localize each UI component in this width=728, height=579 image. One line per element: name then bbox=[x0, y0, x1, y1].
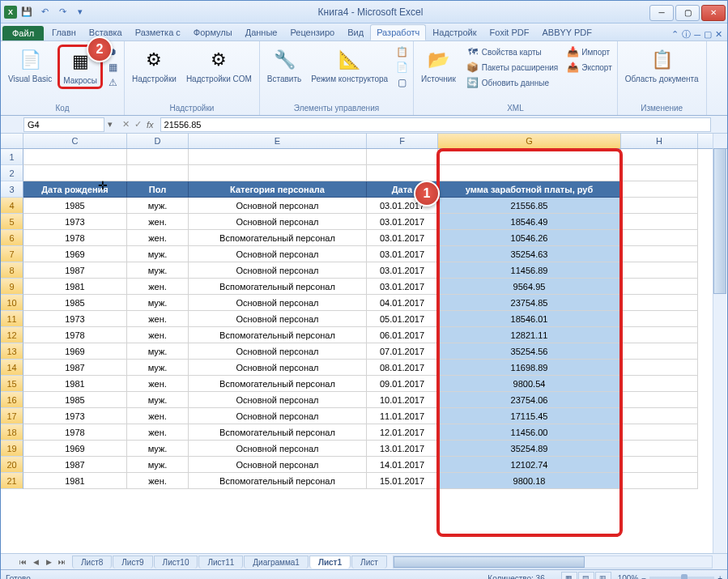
xml-source-button[interactable]: 📂 Источник bbox=[417, 45, 460, 86]
row-header[interactable]: 21 bbox=[1, 473, 23, 489]
cell[interactable] bbox=[438, 165, 621, 181]
cell[interactable]: 08.01.2017 bbox=[367, 360, 438, 376]
cell[interactable]: Основной персонал bbox=[189, 408, 367, 424]
cell[interactable]: 1987 bbox=[23, 360, 127, 376]
cell[interactable] bbox=[621, 198, 698, 214]
cell[interactable]: Основной персонал bbox=[189, 214, 367, 230]
zoom-out-button[interactable]: − bbox=[641, 574, 646, 580]
cell[interactable]: 1987 bbox=[23, 457, 127, 473]
cell[interactable]: муж. bbox=[127, 343, 189, 360]
cell[interactable] bbox=[621, 327, 698, 343]
cell[interactable] bbox=[438, 149, 621, 165]
row-header[interactable]: 9 bbox=[1, 279, 23, 295]
cell[interactable] bbox=[621, 473, 698, 489]
row-header[interactable]: 3 bbox=[1, 181, 23, 198]
cell[interactable]: 21556.85 bbox=[438, 198, 621, 214]
cell[interactable]: 9800.18 bbox=[438, 473, 621, 489]
map-props-button[interactable]: 🗺Свойства карты bbox=[465, 45, 560, 59]
cell[interactable] bbox=[367, 165, 438, 181]
ribbon-tab[interactable]: Вид bbox=[341, 24, 370, 40]
qat-undo-icon[interactable]: ↶ bbox=[36, 4, 53, 20]
cancel-formula-icon[interactable]: ✕ bbox=[122, 119, 130, 130]
ribbon-tab[interactable]: Разметка с bbox=[129, 24, 187, 40]
cell[interactable]: 11456.00 bbox=[438, 424, 621, 441]
cell[interactable]: 1981 bbox=[23, 279, 127, 295]
page-break-button[interactable]: ▥ bbox=[595, 572, 611, 579]
cell[interactable]: 1973 bbox=[23, 311, 127, 327]
cell[interactable]: 10.01.2017 bbox=[367, 392, 438, 408]
row-header[interactable]: 15 bbox=[1, 376, 23, 392]
row-header[interactable]: 14 bbox=[1, 360, 23, 376]
cell[interactable]: Основной персонал bbox=[189, 441, 367, 457]
cell[interactable]: Вспомогательный персонал bbox=[189, 376, 367, 392]
row-header[interactable]: 1 bbox=[1, 149, 23, 165]
cell[interactable]: муж. bbox=[127, 262, 189, 279]
document-panel-button[interactable]: 📋 Область документа bbox=[621, 45, 703, 86]
expansion-packs-button[interactable]: 📦Пакеты расширения bbox=[465, 60, 560, 75]
row-header[interactable]: 17 bbox=[1, 408, 23, 424]
cell[interactable]: 18546.49 bbox=[438, 214, 621, 230]
cell[interactable]: 03.01.2017 bbox=[367, 214, 438, 230]
cell[interactable]: 1978 bbox=[23, 327, 127, 343]
cell[interactable]: 07.01.2017 bbox=[367, 343, 438, 360]
cell[interactable]: 23754.85 bbox=[438, 295, 621, 311]
cell[interactable]: 13.01.2017 bbox=[367, 441, 438, 457]
cell[interactable]: жен. bbox=[127, 376, 189, 392]
cell[interactable] bbox=[621, 214, 698, 230]
doc-restore-button[interactable]: ▢ bbox=[704, 29, 712, 40]
cell[interactable]: Основной персонал bbox=[189, 295, 367, 311]
com-addins-button[interactable]: ⚙ Надстройки COM bbox=[182, 45, 256, 86]
first-sheet-icon[interactable]: ⏮ bbox=[17, 556, 28, 568]
cell[interactable] bbox=[621, 376, 698, 392]
sheet-tab[interactable]: Лист8 bbox=[72, 556, 112, 568]
cell[interactable] bbox=[621, 279, 698, 295]
view-code-button[interactable]: 📄 bbox=[394, 60, 410, 75]
cell[interactable]: Вспомогательный персонал bbox=[189, 279, 367, 295]
export-button[interactable]: 📤Экспорт bbox=[564, 60, 614, 75]
insert-control-button[interactable]: 🔧 Вставить bbox=[263, 45, 305, 86]
cell[interactable] bbox=[621, 149, 698, 165]
qat-redo-icon[interactable]: ↷ bbox=[54, 4, 70, 20]
minimize-button[interactable]: ─ bbox=[649, 5, 674, 21]
cell[interactable]: Основной персонал bbox=[189, 343, 367, 360]
cell[interactable] bbox=[621, 262, 698, 279]
cell[interactable]: Вспомогательный персонал bbox=[189, 473, 367, 489]
cell[interactable]: 04.01.2017 bbox=[367, 295, 438, 311]
refresh-data-button[interactable]: 🔄Обновить данные bbox=[465, 75, 560, 90]
next-sheet-icon[interactable]: ▶ bbox=[43, 556, 54, 568]
cell[interactable]: 1973 bbox=[23, 214, 127, 230]
cell[interactable] bbox=[127, 149, 189, 165]
column-header[interactable]: E bbox=[189, 134, 367, 148]
ribbon-tab[interactable]: Foxit PDF bbox=[483, 24, 536, 40]
prev-sheet-icon[interactable]: ◀ bbox=[30, 556, 41, 568]
ribbon-minimize-icon[interactable]: ⌃ bbox=[671, 29, 679, 40]
cell[interactable] bbox=[621, 165, 698, 181]
cell[interactable]: жен. bbox=[127, 408, 189, 424]
close-button[interactable]: ✕ bbox=[701, 5, 726, 21]
row-header[interactable]: 5 bbox=[1, 214, 23, 230]
cell[interactable]: 12102.74 bbox=[438, 457, 621, 473]
cell[interactable]: 17115.45 bbox=[438, 408, 621, 424]
cell[interactable] bbox=[621, 230, 698, 246]
cell[interactable]: 1973 bbox=[23, 408, 127, 424]
cell[interactable]: жен. bbox=[127, 424, 189, 441]
name-box-dropdown-icon[interactable]: ▾ bbox=[104, 119, 116, 130]
cell[interactable] bbox=[621, 311, 698, 327]
ribbon-tab[interactable]: Формулы bbox=[187, 24, 239, 40]
cell[interactable]: жен. bbox=[127, 214, 189, 230]
cell[interactable]: 11698.89 bbox=[438, 360, 621, 376]
ribbon-tab[interactable]: Рецензиро bbox=[283, 24, 341, 40]
column-header[interactable]: H bbox=[621, 134, 698, 148]
cell[interactable]: жен. bbox=[127, 230, 189, 246]
sheet-tab[interactable]: Лист9 bbox=[113, 556, 152, 568]
doc-minimize-button[interactable]: ─ bbox=[694, 30, 700, 40]
cell[interactable]: 11456.89 bbox=[438, 262, 621, 279]
run-dialog-button[interactable]: ▢ bbox=[394, 75, 410, 90]
cell[interactable]: 03.01.2017 bbox=[367, 262, 438, 279]
sheet-tab[interactable]: Лист11 bbox=[198, 556, 243, 568]
cell[interactable] bbox=[621, 424, 698, 441]
row-header[interactable]: 12 bbox=[1, 327, 23, 343]
cell[interactable]: жен. bbox=[127, 279, 189, 295]
row-header[interactable]: 2 bbox=[1, 165, 23, 181]
cell[interactable] bbox=[621, 295, 698, 311]
